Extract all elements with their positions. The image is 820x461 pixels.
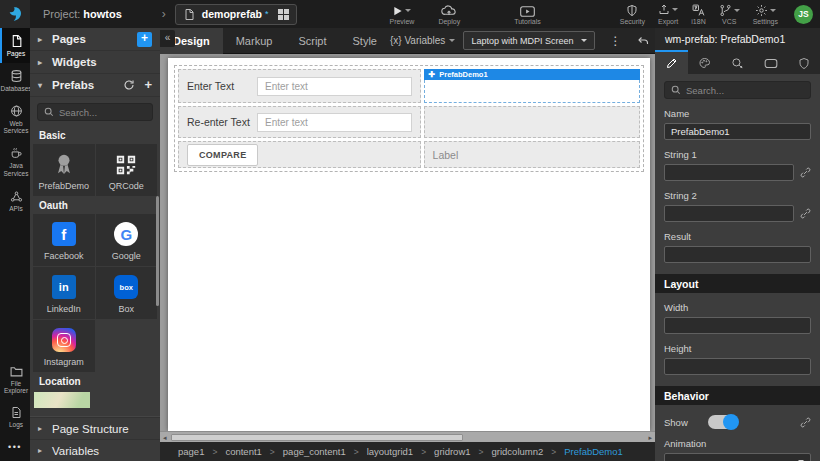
prefab-tile-prefabdemo[interactable]: PrefabDemo — [33, 144, 95, 196]
add-page-button[interactable]: + — [137, 32, 152, 47]
prefab-tile-linkedin[interactable]: in LinkedIn — [33, 267, 95, 319]
palette-scrollbar-thumb[interactable] — [156, 196, 159, 306]
breadcrumb-content1[interactable]: content1 — [225, 446, 261, 457]
grid-cell-enter-text[interactable]: Enter Text — [178, 69, 421, 103]
breadcrumb-layoutgrid1[interactable]: layoutgrid1 — [367, 446, 413, 457]
properties-search[interactable] — [664, 81, 811, 99]
i18n-button[interactable]: i18N — [691, 4, 705, 25]
section-widgets[interactable]: ▸ Widgets — [30, 51, 160, 74]
page-grid-icon[interactable] — [278, 9, 289, 20]
prefab-search[interactable] — [37, 103, 153, 121]
properties-search-input[interactable] — [686, 85, 804, 96]
tab-security[interactable] — [787, 50, 820, 74]
rail-item-web-services[interactable]: Web Services — [0, 98, 30, 141]
breadcrumb-chevron-icon: › — [162, 7, 166, 21]
security-button[interactable]: Security — [620, 4, 645, 25]
rail-item-pages[interactable]: Pages — [0, 28, 30, 63]
export-button[interactable]: Export — [658, 3, 678, 25]
shield-icon — [626, 4, 638, 17]
bind-link-icon[interactable] — [800, 208, 811, 219]
section-page-structure[interactable]: ▸ Page Structure — [30, 417, 160, 439]
breadcrumb-gridcolumn2[interactable]: gridcolumn2 — [492, 446, 544, 457]
preview-button[interactable]: Preview — [389, 4, 414, 25]
deploy-button[interactable]: Deploy — [438, 4, 460, 25]
compare-button[interactable]: COMPARE — [187, 144, 258, 166]
grid-cell-reenter-text[interactable]: Re-enter Text — [178, 106, 421, 138]
refresh-icon[interactable] — [123, 79, 135, 91]
rail-item-java-services[interactable]: Java Services — [0, 140, 30, 183]
string1-input[interactable] — [664, 164, 794, 181]
wavemaker-logo[interactable] — [0, 0, 30, 28]
grid-row-2: Re-enter Text — [178, 106, 640, 138]
page-selector[interactable]: demoprefab * — [175, 4, 298, 25]
rail-item-databases[interactable]: Databases — [0, 63, 30, 98]
result-input[interactable] — [664, 246, 811, 263]
vcs-button[interactable]: VCS — [719, 4, 740, 25]
section-widgets-label: Widgets — [52, 56, 97, 68]
prefab-search-input[interactable] — [59, 107, 146, 118]
width-input[interactable] — [664, 317, 811, 334]
rail-item-apis[interactable]: APIs — [0, 183, 30, 218]
more-options-icon[interactable]: ⋮ — [603, 36, 627, 46]
breadcrumb-page1[interactable]: page1 — [178, 446, 204, 457]
scroll-left-arrow[interactable]: ◂ — [163, 434, 167, 441]
prefab-tile-qrcode[interactable]: QRCode — [96, 144, 158, 196]
move-handle-icon[interactable]: ✚ — [429, 70, 436, 79]
section-pages[interactable]: ▸ Pages + — [30, 28, 160, 51]
prefab-tile-google[interactable]: G Google — [96, 214, 158, 266]
breadcrumb-page-content1[interactable]: page_content1 — [283, 446, 346, 457]
tab-markup[interactable]: Markup — [223, 28, 286, 54]
section-variables[interactable]: ▸ Variables — [30, 439, 160, 461]
breadcrumb-prefabdemo1[interactable]: PrefabDemo1 — [564, 446, 623, 457]
selected-prefab-body[interactable] — [424, 80, 640, 103]
tab-style[interactable]: Style — [340, 28, 390, 54]
collapse-panel-button[interactable]: « — [160, 30, 175, 47]
animation-select[interactable] — [664, 453, 811, 461]
user-avatar[interactable]: JS — [794, 5, 813, 24]
page-name: demoprefab — [202, 8, 262, 20]
map-prefab-thumbnail[interactable] — [34, 392, 90, 408]
rail-item-file-explorer[interactable]: File Explorer — [0, 359, 30, 401]
collapse-arrow-icon: ▾ — [38, 81, 45, 90]
tab-styles[interactable] — [688, 50, 721, 74]
chevron-down-icon — [672, 8, 678, 14]
grid-cell-prefab[interactable]: ✚ PrefabDemo1 — [424, 69, 640, 103]
grid-cell-empty[interactable] — [424, 106, 640, 138]
rail-item-logs[interactable]: Logs — [0, 400, 30, 434]
name-input[interactable] — [664, 123, 811, 140]
settings-button[interactable]: Settings — [753, 4, 778, 25]
string2-input[interactable] — [664, 205, 794, 222]
section-variables-label: Variables — [52, 445, 99, 457]
prefab-tile-instagram[interactable]: Instagram — [33, 320, 95, 372]
grid-cell-button[interactable]: COMPARE — [178, 141, 421, 168]
page-canvas[interactable]: Enter Text ✚ PrefabDemo1 — [168, 58, 650, 431]
bind-link-icon[interactable] — [800, 417, 811, 428]
grid-cell-label[interactable]: Label — [424, 141, 640, 168]
show-toggle[interactable] — [708, 415, 738, 429]
device-selector[interactable]: Laptop with MDPI Screen — [463, 31, 595, 50]
tab-search-remove[interactable] — [721, 50, 754, 74]
undo-button[interactable] — [631, 35, 656, 47]
breadcrumb-gridrow1[interactable]: gridrow1 — [434, 446, 470, 457]
rail-more-button[interactable]: ••• — [0, 434, 30, 461]
horizontal-scrollbar-thumb[interactable] — [171, 434, 463, 441]
canvas-selected-prefab[interactable]: ✚ PrefabDemo1 — [424, 69, 640, 103]
tab-properties[interactable] — [655, 50, 688, 74]
selected-prefab-header[interactable]: ✚ PrefabDemo1 — [424, 69, 640, 80]
import-prefab-button[interactable]: + — [144, 80, 152, 90]
section-prefabs[interactable]: ▾ Prefabs + — [30, 74, 160, 97]
tab-script[interactable]: Script — [285, 28, 339, 54]
reenter-text-input[interactable] — [257, 113, 412, 132]
tutorials-button[interactable]: Tutorials — [514, 4, 541, 25]
horizontal-scrollbar[interactable]: ◂ ▸ — [160, 431, 655, 442]
scroll-right-arrow[interactable]: ▸ — [648, 434, 652, 441]
section-prefabs-label: Prefabs — [52, 79, 94, 91]
tab-device[interactable] — [754, 50, 787, 74]
variables-dropdown[interactable]: {x} Variables — [390, 35, 455, 46]
bind-link-icon[interactable] — [800, 167, 811, 178]
enter-text-input[interactable] — [257, 77, 412, 96]
prefab-tile-facebook[interactable]: f Facebook — [33, 214, 95, 266]
layout-grid[interactable]: Enter Text ✚ PrefabDemo1 — [174, 65, 644, 172]
height-input[interactable] — [664, 358, 811, 375]
prefab-tile-box[interactable]: box Box — [96, 267, 158, 319]
